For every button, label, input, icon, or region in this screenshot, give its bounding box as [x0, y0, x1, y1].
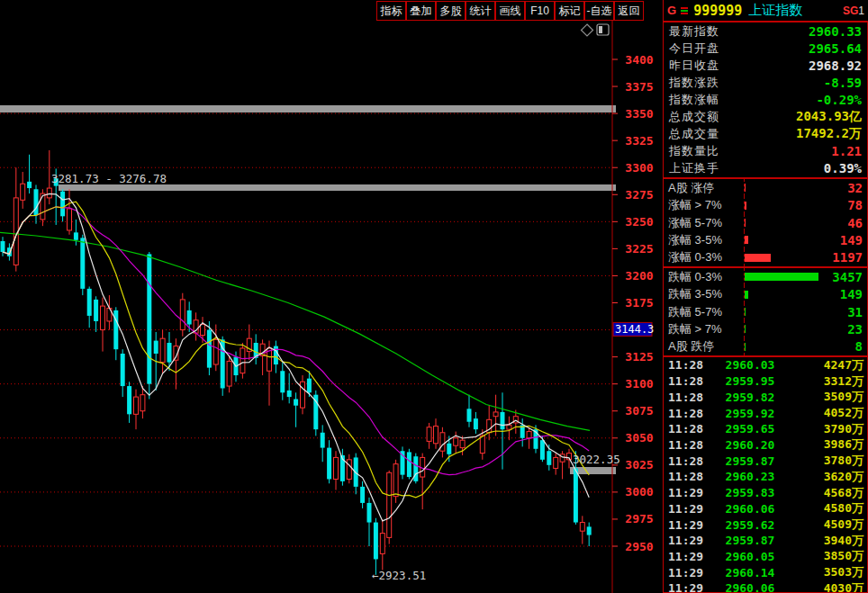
- quote-row: 上证换手0.39%: [664, 160, 867, 177]
- kline-chart[interactable]: 3400337533503325330032753250322532003175…: [0, 0, 663, 593]
- tick-volume: 3780万: [785, 453, 867, 469]
- candle-up: [493, 412, 498, 417]
- updown-label: 涨幅 0-3%: [664, 249, 744, 265]
- updown-row: 涨幅 3-5%149: [664, 231, 867, 248]
- chart-annotation: 3281.73 - 3276.78: [51, 172, 167, 185]
- tick-price: 2960.20: [715, 438, 785, 452]
- tick-row: 11:292960.064030万: [664, 580, 867, 593]
- toolbar-button-标记[interactable]: 标记: [555, 1, 584, 21]
- tick-row: 11:282960.034247万: [664, 357, 867, 373]
- tick-volume: 4247万: [785, 357, 867, 373]
- candle-down: [407, 452, 411, 477]
- updown-label: A股 跌停: [664, 338, 744, 355]
- candle-down: [187, 310, 192, 325]
- updown-label: 跌幅 0-3%: [664, 269, 744, 285]
- quote-value: 2960.33: [809, 24, 862, 39]
- toolbar-button-叠加[interactable]: 叠加: [406, 1, 436, 21]
- stock-code[interactable]: 999999: [693, 3, 742, 19]
- updown-bar-zone: [744, 179, 819, 196]
- quote-row: 今日开盘2965.64: [664, 40, 867, 57]
- quote-label: 指数量比: [669, 143, 719, 159]
- quote-row: 最新指数2960.33: [664, 22, 867, 40]
- updown-value: 31: [819, 305, 867, 319]
- candle-up: [527, 432, 531, 438]
- updown-bar-zone: [744, 231, 819, 248]
- candle-up: [507, 425, 511, 429]
- price-zone-bar: [59, 184, 616, 191]
- tick-volume: 3620万: [785, 469, 867, 485]
- axis-label: 3050: [625, 431, 653, 445]
- tick-price: 2960.05: [715, 550, 785, 563]
- candle-up: [393, 464, 398, 497]
- updown-bar-zone: [744, 285, 819, 302]
- candle-down: [413, 456, 418, 481]
- toolbar-button-画线[interactable]: 画线: [495, 1, 525, 21]
- axis-label: 3125: [625, 350, 653, 364]
- updown-label: 跌幅 3-5%: [664, 286, 744, 302]
- candle-up: [440, 433, 445, 451]
- candle-down: [321, 433, 325, 448]
- candle-down: [147, 254, 151, 383]
- tick-row: 11:292959.624509万: [664, 517, 867, 533]
- panel-header: G 999999 上证指数 SG1: [663, 0, 868, 22]
- toolbar-button-多股[interactable]: 多股: [436, 1, 466, 21]
- tick-row: 11:282960.233620万: [664, 469, 867, 485]
- toolbar-button-统计[interactable]: 统计: [466, 1, 495, 21]
- tick-row: 11:292960.064580万: [664, 500, 867, 517]
- updown-row: A股 跌停8: [664, 338, 867, 355]
- updown-row: 跌幅 0-3%3457: [664, 268, 867, 285]
- tick-row: 11:292960.053850万: [664, 549, 867, 565]
- updown-value: 46: [819, 216, 867, 230]
- toolbar-button--自选[interactable]: -自选: [584, 1, 614, 21]
- candle-up: [460, 440, 465, 447]
- tick-price: 2959.62: [715, 518, 785, 532]
- quote-row: 指数涨幅-0.29%: [664, 91, 867, 108]
- tick-row: 11:292959.834568万: [664, 485, 867, 501]
- axis-label: 3175: [625, 296, 653, 310]
- candle-down: [207, 330, 212, 368]
- updown-value: 3457: [819, 270, 867, 284]
- candle-down: [1, 241, 5, 252]
- candle-down: [540, 440, 545, 460]
- quote-label: 昨日收盘: [669, 58, 719, 74]
- updown-bar: [745, 219, 746, 227]
- tick-volume: 3509万: [785, 389, 867, 405]
- updown-bar: [745, 325, 746, 333]
- updown-value: 1197: [819, 250, 867, 265]
- tick-time: 11:29: [664, 581, 715, 593]
- updown-value: 32: [819, 181, 867, 195]
- updown-bar-zone: [744, 249, 819, 266]
- candle-down: [307, 379, 312, 393]
- toolbar-button-指标[interactable]: 指标: [376, 1, 406, 21]
- tick-time: 11:28: [664, 391, 715, 404]
- candle-up: [427, 427, 431, 442]
- tick-time: 11:29: [664, 518, 715, 532]
- candle-down: [287, 391, 292, 397]
- quote-label: 指数涨幅: [669, 92, 719, 108]
- panel-toggle-icon[interactable]: [597, 24, 609, 35]
- candle-down: [467, 409, 472, 421]
- quote-value: -0.29%: [816, 93, 862, 107]
- tick-volume: 4580万: [785, 500, 867, 517]
- updown-row: 涨幅 0-3%1197: [664, 249, 867, 266]
- diamond-icon[interactable]: [582, 24, 593, 36]
- toolbar-button-返回[interactable]: 返回: [614, 1, 644, 21]
- ma5-line: [3, 193, 589, 521]
- candle-up: [334, 457, 339, 479]
- updown-bar: [745, 291, 748, 299]
- candle-down: [87, 289, 92, 316]
- updown-bar-zone: [744, 196, 819, 213]
- quote-label: 指数涨跌: [669, 75, 719, 91]
- updown-value: 149: [819, 287, 867, 301]
- chart-annotation: 3022.35: [573, 453, 620, 466]
- candle-up: [301, 382, 305, 408]
- updown-bar-zone: [744, 338, 819, 355]
- tick-row: 11:282959.873780万: [664, 453, 867, 469]
- quote-label: 总成交量: [669, 126, 719, 142]
- toolbar-button-F10[interactable]: F10: [525, 1, 555, 21]
- axis-label: 3250: [625, 215, 653, 229]
- updown-label: 涨幅 3-5%: [664, 232, 744, 248]
- updown-bar-zone: [744, 320, 819, 337]
- stock-name[interactable]: 上证指数: [748, 2, 802, 19]
- quote-label: 今日开盘: [669, 40, 719, 57]
